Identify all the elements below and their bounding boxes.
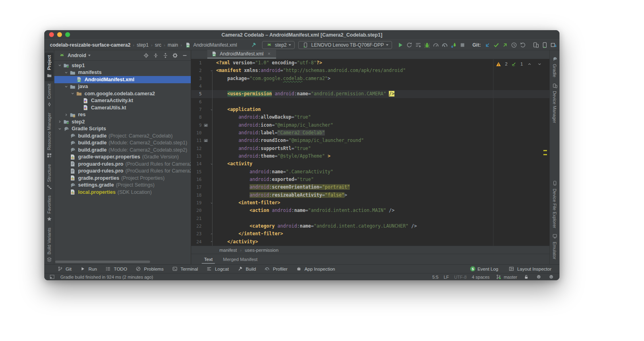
code-line-9[interactable]: 9 android:icon="@mipmap/ic_launcher" xyxy=(191,121,549,129)
tool-strip-tab-device-file-explorer[interactable]: Device File Explorer xyxy=(550,177,559,230)
tree-item-step2[interactable]: step2 xyxy=(54,118,191,125)
code-line-17[interactable]: 17 android:screenOrientation="portrait" xyxy=(191,183,549,191)
code-line-4[interactable]: 4 xyxy=(191,82,549,90)
tool-window-button-logcat[interactable]: Logcat xyxy=(206,265,229,273)
run-play-button[interactable] xyxy=(397,41,404,49)
zoom-window-button[interactable] xyxy=(65,32,70,37)
tree-item-cameraactivity-kt[interactable]: CameraActivity.kt xyxy=(54,97,191,105)
tree-item-build-gradle[interactable]: build.gradle(Module: Camera2_Codelab.ste… xyxy=(54,146,191,154)
breadcrumb-item-step1[interactable]: step1 xyxy=(137,42,149,48)
code-line-7[interactable]: 7 <application xyxy=(191,106,549,113)
chevron-down-icon[interactable] xyxy=(58,63,63,68)
tool-strip-tab-structure[interactable]: Structure xyxy=(45,162,54,193)
code-line-15[interactable]: 15 android:name=".CameraActivity" xyxy=(191,168,549,176)
locate-button[interactable] xyxy=(142,52,150,59)
tool-window-button-todo[interactable]: TODO xyxy=(105,265,127,273)
tool-strip-tab-project[interactable]: Project xyxy=(45,53,54,81)
close-window-button[interactable] xyxy=(49,32,54,37)
close-icon[interactable] xyxy=(266,50,273,58)
debug-bug-button[interactable] xyxy=(423,41,431,49)
tree-item-androidmanifest-xml[interactable]: MFAndroidManifest.xml xyxy=(54,76,191,83)
tool-strip-tab-commit[interactable]: Commit xyxy=(45,81,54,110)
status-item-4-spaces[interactable]: 4 spaces xyxy=(472,275,489,279)
tree-item-proguard-rules-pro[interactable]: proguard-rules.pro(ProGuard Rules for Ca… xyxy=(54,160,191,168)
profiler-gauge-button[interactable] xyxy=(441,41,448,49)
tool-window-button-build[interactable]: Build xyxy=(236,265,256,273)
code-line-3[interactable]: 3 package="com.google.codelab.camera2"> xyxy=(191,75,549,82)
picture-icon[interactable] xyxy=(203,137,210,144)
warning-stripe-mark[interactable] xyxy=(543,150,547,151)
picture-icon[interactable] xyxy=(203,121,210,129)
status-item-padlock[interactable] xyxy=(522,273,530,281)
status-item-utf-8[interactable]: UTF-8 xyxy=(454,275,466,279)
device-select[interactable]: LENOVO Lenovo TB-Q706F-DPP xyxy=(298,41,392,49)
code-line-22[interactable]: 22 <category android:name="android.inten… xyxy=(191,222,549,230)
chevron-down-icon[interactable] xyxy=(64,70,70,75)
history-clock-button[interactable] xyxy=(510,41,518,49)
code-line-12[interactable]: 12 android:supportsRtl="true" xyxy=(191,145,549,152)
status-item-face[interactable] xyxy=(535,273,542,281)
expand-all-button[interactable] xyxy=(152,52,159,59)
chevron-down-icon[interactable] xyxy=(70,91,76,96)
chevron-down-icon[interactable] xyxy=(64,84,70,89)
chevron-right-icon[interactable] xyxy=(58,119,63,124)
view-tab-text[interactable]: Text xyxy=(203,255,213,264)
warning-stripe-mark[interactable] xyxy=(543,154,547,155)
rerun-button[interactable] xyxy=(406,41,413,49)
xml-breadcrumb-uses-permission[interactable]: uses-permission xyxy=(245,248,279,253)
tree-item-res[interactable]: res xyxy=(54,111,191,119)
git-update-button[interactable] xyxy=(484,41,491,49)
code-line-8[interactable]: 8 android:allowBackup="true" xyxy=(191,113,549,121)
tree-item-camerautils-kt[interactable]: CameraUtils.kt xyxy=(54,104,191,111)
tree-item-step1[interactable]: step1 xyxy=(54,62,191,69)
apply-changes-button[interactable] xyxy=(415,41,422,49)
chevron-down-icon[interactable] xyxy=(536,60,543,68)
status-item-face[interactable] xyxy=(547,273,555,281)
project-view-selector[interactable]: Android xyxy=(68,53,86,58)
minimize-button[interactable] xyxy=(181,52,188,59)
breadcrumb-item-main[interactable]: main xyxy=(167,42,178,48)
tool-window-button-git[interactable]: Git xyxy=(56,265,72,273)
tool-strip-tab-emulator[interactable]: Emulator xyxy=(550,230,559,262)
tool-window-button-problems[interactable]: Problems xyxy=(135,265,164,273)
tree-item-build-gradle[interactable]: build.gradle(Module: Camera2_Codelab.ste… xyxy=(54,140,191,147)
tree-item-gradle-wrapper-properties[interactable]: gradle-wrapper.properties(Gradle Version… xyxy=(54,154,191,161)
tree-item-local-properties[interactable]: local.properties(SDK Location) xyxy=(54,189,191,196)
tool-strip-tab-gradle[interactable]: Gradle xyxy=(550,53,559,80)
running-devices-button[interactable] xyxy=(541,41,548,49)
xml-breadcrumb-manifest[interactable]: manifest xyxy=(219,248,237,253)
settings-gear-button[interactable] xyxy=(171,52,179,59)
git-rollback-button[interactable] xyxy=(519,41,526,49)
horizontal-scrollbar[interactable] xyxy=(55,261,150,263)
tool-window-button-run[interactable]: Run xyxy=(79,265,97,273)
tree-item-java[interactable]: java xyxy=(54,83,191,90)
tree-item-com-google-codelab-camera2[interactable]: com.google.codelab.camera2 xyxy=(54,90,191,97)
build-hammer-icon[interactable] xyxy=(251,41,256,49)
code-line-18[interactable]: 18 android:resizeableActivity="false"> xyxy=(191,191,549,199)
chevron-right-icon[interactable] xyxy=(64,113,70,117)
code-editor[interactable]: 1<?xml version="1.0" encoding="utf-8"?>2… xyxy=(191,59,549,246)
tool-strip-tab-favorites[interactable]: Favorites xyxy=(45,193,54,225)
status-item-lf[interactable]: LF xyxy=(444,275,449,279)
code-line-19[interactable]: 19 <intent-filter> xyxy=(191,199,549,207)
tool-window-button-layout-inspector[interactable]: Layout Inspector xyxy=(508,265,551,273)
code-line-6[interactable]: 6 xyxy=(191,98,549,106)
tree-item-gradle-scripts[interactable]: Gradle Scripts xyxy=(54,125,191,133)
sdk-manager-button[interactable] xyxy=(550,41,557,49)
fold-down-icon[interactable] xyxy=(210,106,215,113)
tree-item-build-gradle[interactable]: build.gradle(Project: Camera2_Codelab) xyxy=(54,132,191,140)
window-toggle-icon[interactable] xyxy=(48,273,56,281)
git-commit-button[interactable] xyxy=(493,41,500,49)
collapse-all-button[interactable] xyxy=(162,52,169,59)
code-line-23[interactable]: 23 </intent-filter> xyxy=(191,230,549,238)
fold-down-icon[interactable] xyxy=(210,199,215,207)
tool-window-button-event-log[interactable]: 5Event Log xyxy=(470,266,498,271)
code-line-16[interactable]: 16 android:exported="true" xyxy=(191,176,549,183)
tree-item-proguard-rules-pro[interactable]: proguard-rules.pro(ProGuard Rules for Ca… xyxy=(54,168,191,175)
code-line-10[interactable]: 10 android:label="Camera2 Codelab" xyxy=(191,129,549,137)
chevron-down-icon[interactable] xyxy=(58,127,63,131)
stop-button[interactable] xyxy=(459,41,466,49)
device-manager-button[interactable] xyxy=(532,41,539,49)
status-item-master[interactable]: master xyxy=(495,273,517,281)
tool-strip-tab-device-manager[interactable]: Device Manager xyxy=(550,80,559,125)
